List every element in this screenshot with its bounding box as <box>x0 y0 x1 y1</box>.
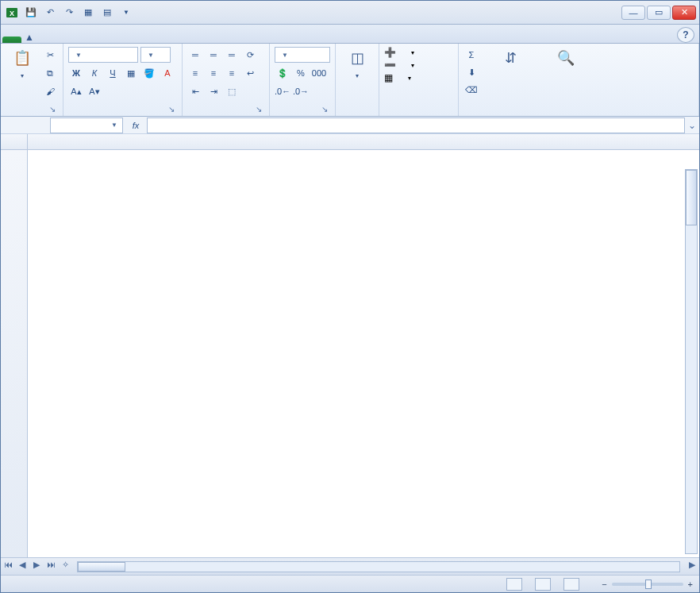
window-controls: — ▭ ✕ <box>621 6 696 20</box>
view-pagebreak-icon[interactable] <box>563 578 579 591</box>
copy-icon[interactable]: ⧉ <box>42 65 58 81</box>
title-bar: X 💾 ↶ ↷ ▦ ▤ ▼ — ▭ ✕ <box>1 1 699 25</box>
sheet-tabs-bar: ⏮ ◀ ▶ ⏭ ✧ ▶ <box>1 557 699 575</box>
scrollbar-thumb[interactable] <box>78 562 125 572</box>
file-tab[interactable] <box>2 37 21 43</box>
ribbon-group-styles: ◫ ▾ <box>336 44 379 116</box>
underline-button[interactable]: Ч <box>105 65 121 81</box>
scroll-right-icon[interactable]: ▶ <box>685 560 699 574</box>
dialog-launcher-icon[interactable]: ↘ <box>253 105 264 116</box>
name-box[interactable]: ▼ <box>50 117 123 133</box>
qat-button[interactable]: ▤ <box>99 5 115 21</box>
dialog-launcher-icon[interactable]: ↘ <box>166 105 177 116</box>
cut-icon[interactable]: ✂ <box>42 47 58 63</box>
sheet-nav-last-icon[interactable]: ⏭ <box>44 560 58 574</box>
fill-icon[interactable]: ⬇ <box>463 64 479 80</box>
excel-icon[interactable]: X <box>4 5 20 21</box>
dialog-launcher-icon[interactable]: ↘ <box>319 105 330 116</box>
comma-icon[interactable]: 000 <box>311 65 327 81</box>
increase-decimal-icon[interactable]: .0← <box>275 83 290 99</box>
align-bottom-icon[interactable]: ═ <box>224 47 240 63</box>
align-middle-icon[interactable]: ═ <box>206 47 221 63</box>
styles-button[interactable]: ◫ ▾ <box>340 47 374 79</box>
cells-area[interactable] <box>28 150 699 557</box>
ribbon-group-editing: Σ ⬇ ⌫ ⇵ 🔍 <box>459 44 699 116</box>
group-label <box>463 114 694 116</box>
sheet-nav-first-icon[interactable]: ⏮ <box>1 560 15 574</box>
sheet-nav-prev-icon[interactable]: ◀ <box>15 560 29 574</box>
horizontal-scrollbar[interactable] <box>77 561 680 572</box>
maximize-button[interactable]: ▭ <box>647 6 671 20</box>
zoom-in-icon[interactable]: + <box>688 580 693 589</box>
paste-button[interactable]: 📋 ▾ <box>6 47 39 79</box>
align-center-icon[interactable]: ≡ <box>206 65 221 81</box>
minimize-button[interactable]: — <box>621 6 645 20</box>
clear-icon[interactable]: ⌫ <box>463 82 479 98</box>
align-top-icon[interactable]: ═ <box>187 47 203 63</box>
ribbon: 📋 ▾ ✂ ⧉ 🖌 ↘ ▼ ▼ <box>1 44 699 117</box>
name-box-dropdown-icon[interactable]: ▼ <box>111 121 117 129</box>
format-painter-icon[interactable]: 🖌 <box>42 83 58 99</box>
sort-icon: ⇵ <box>499 47 521 69</box>
autosum-icon[interactable]: Σ <box>463 47 479 63</box>
formula-expand-icon[interactable]: ⌄ <box>685 120 699 131</box>
fx-icon[interactable]: fx <box>128 117 144 133</box>
quick-access-toolbar: X 💾 ↶ ↷ ▦ ▤ ▼ <box>4 5 134 21</box>
spreadsheet-grid <box>1 134 699 557</box>
dialog-launcher-icon[interactable]: ↘ <box>47 105 58 116</box>
format-cells-button[interactable]: ▦ ▾ <box>384 72 411 83</box>
close-button[interactable]: ✕ <box>672 6 696 20</box>
column-headers <box>1 134 699 150</box>
formula-input[interactable] <box>147 117 685 133</box>
select-all-corner[interactable] <box>1 134 28 149</box>
fill-color-button[interactable]: 🪣 <box>141 65 157 81</box>
zoom-out-icon[interactable]: − <box>602 580 606 589</box>
qat-button[interactable]: ▦ <box>80 5 96 21</box>
font-color-button[interactable]: A <box>160 65 175 81</box>
new-sheet-icon[interactable]: ✧ <box>58 560 72 574</box>
view-normal-icon[interactable] <box>506 578 522 591</box>
italic-button[interactable]: К <box>87 65 102 81</box>
redo-icon[interactable]: ↷ <box>61 5 77 21</box>
merge-cells-icon[interactable]: ⬚ <box>224 83 240 99</box>
format-icon: ▦ <box>384 72 393 83</box>
ribbon-minimize-icon[interactable]: ▲ <box>23 32 36 43</box>
orientation-icon[interactable]: ⟳ <box>242 47 258 63</box>
zoom-slider[interactable]: − + <box>602 580 693 589</box>
decrease-font-icon[interactable]: A▾ <box>87 83 102 99</box>
scrollbar-thumb[interactable] <box>686 170 697 225</box>
currency-icon[interactable]: 💲 <box>275 65 290 81</box>
svg-text:X: X <box>10 10 14 17</box>
find-select-button[interactable]: 🔍 <box>541 47 590 71</box>
decrease-decimal-icon[interactable]: .0→ <box>293 83 309 99</box>
sheet-nav-next-icon[interactable]: ▶ <box>29 560 44 574</box>
percent-icon[interactable]: % <box>293 65 309 81</box>
view-layout-icon[interactable] <box>535 578 551 591</box>
insert-cells-button[interactable]: ➕ ▾ <box>384 47 414 58</box>
increase-indent-icon[interactable]: ⇥ <box>206 83 221 99</box>
wrap-text-icon[interactable]: ↩ <box>242 65 258 81</box>
ribbon-group-cells: ➕ ▾ ➖ ▾ ▦ ▾ <box>379 44 459 116</box>
increase-font-icon[interactable]: A▴ <box>68 83 84 99</box>
ribbon-tabs: ▲ ? <box>1 25 699 44</box>
insert-icon: ➕ <box>384 47 396 58</box>
save-icon[interactable]: 💾 <box>23 5 39 21</box>
help-icon[interactable]: ? <box>677 27 694 43</box>
styles-icon: ◫ <box>346 47 368 69</box>
vertical-scrollbar[interactable] <box>685 169 698 554</box>
font-size-combo[interactable]: ▼ <box>140 47 171 63</box>
undo-icon[interactable]: ↶ <box>42 5 58 21</box>
align-right-icon[interactable]: ≡ <box>224 65 240 81</box>
align-left-icon[interactable]: ≡ <box>187 65 203 81</box>
group-label <box>384 114 453 116</box>
font-family-combo[interactable]: ▼ <box>68 47 138 63</box>
qat-dropdown-icon[interactable]: ▼ <box>118 5 134 21</box>
ribbon-group-number: ▼ 💲 % 000 .0← .0→ ↘ <box>270 44 336 116</box>
sort-filter-button[interactable]: ⇵ <box>483 47 538 71</box>
border-button[interactable]: ▦ <box>123 65 139 81</box>
delete-cells-button[interactable]: ➖ ▾ <box>384 60 414 71</box>
status-bar: − + <box>1 575 699 592</box>
bold-button[interactable]: Ж <box>68 65 84 81</box>
number-format-combo[interactable]: ▼ <box>275 47 330 63</box>
decrease-indent-icon[interactable]: ⇤ <box>187 83 203 99</box>
